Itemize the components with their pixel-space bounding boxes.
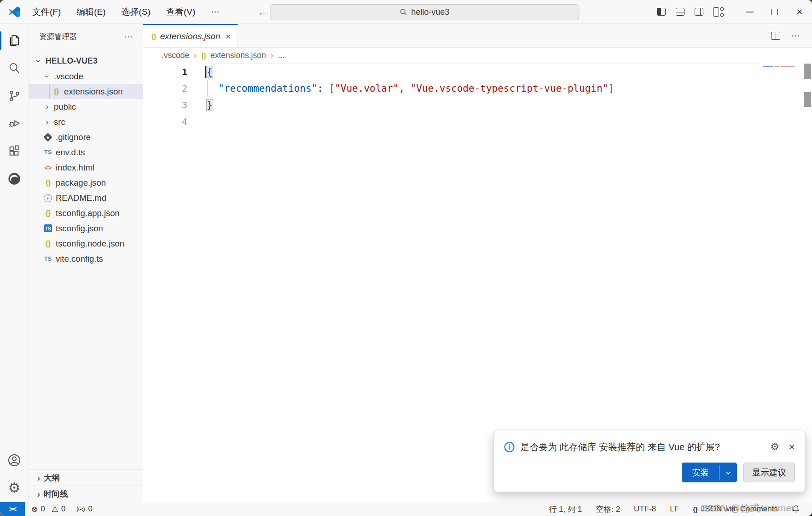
sidebar-more-actions-icon[interactable]: ⋯ — [124, 32, 133, 42]
menu-edit[interactable]: 编辑(E) — [76, 6, 105, 18]
toggle-primary-sidebar-icon[interactable] — [657, 8, 666, 16]
json-file-icon: {} — [42, 179, 54, 187]
encoding-status[interactable]: UTF-8 — [634, 504, 656, 514]
breadcrumb-separator: › — [194, 51, 197, 60]
typescript-file-icon: TS — [42, 255, 54, 262]
tree-item-src[interactable]: › src — [29, 114, 143, 129]
source-control-icon[interactable] — [0, 82, 29, 110]
notification-message: 是否要为 此存储库 安装推荐的 来自 Vue 的扩展? — [520, 441, 720, 453]
explorer-icon[interactable] — [0, 27, 29, 54]
menu-file[interactable]: 文件(F) — [32, 6, 61, 18]
install-button[interactable]: 安装 — [682, 463, 719, 482]
minimize-button[interactable]: ─ — [737, 0, 762, 23]
activity-bar: ⚙ — [0, 24, 29, 502]
vscode-window: 文件(F) 编辑(E) 选择(S) 查看(V) ⋯ ← → hello-vue3 — [0, 0, 812, 516]
tree-item-package-json[interactable]: {} package.json — [29, 175, 143, 190]
tree-item-gitignore[interactable]: .gitignore — [29, 129, 143, 145]
tree-item-extensions-json[interactable]: {} extensions.json — [29, 84, 143, 99]
toggle-secondary-sidebar-icon[interactable] — [695, 8, 703, 16]
notification-close-icon[interactable]: × — [789, 440, 795, 453]
extensions-icon[interactable] — [0, 137, 29, 165]
menu-view[interactable]: 查看(V) — [166, 6, 195, 18]
cursor-position-status[interactable]: 行 1, 列 1 — [549, 504, 582, 515]
line-number: 2 — [143, 83, 187, 94]
split-editor-icon[interactable] — [771, 32, 780, 40]
breadcrumb-separator: › — [271, 51, 273, 60]
back-arrow-icon[interactable]: ← — [257, 6, 268, 18]
menu-selection[interactable]: 选择(S) — [122, 6, 151, 18]
tree-item-env-d-ts[interactable]: TS env.d.ts — [29, 145, 143, 160]
toggle-panel-icon[interactable] — [676, 8, 684, 16]
braces-icon: {} — [693, 505, 697, 513]
run-and-debug-icon[interactable] — [0, 110, 29, 137]
sidebar-title: 资源管理器 — [39, 32, 77, 42]
tree-item-readme-md[interactable]: i README.md — [29, 190, 143, 205]
code-line-1: 1 { — [143, 64, 812, 80]
tree-item-vscode-folder[interactable]: › .vscode — [29, 69, 143, 84]
close-window-button[interactable]: × — [787, 0, 812, 23]
scrollbar-thumb[interactable] — [804, 92, 811, 107]
tree-item-index-html[interactable]: <> index.html — [29, 160, 143, 175]
tree-item-public[interactable]: › public — [29, 99, 143, 114]
notifications-bell-icon[interactable] — [792, 505, 800, 513]
breadcrumb-extensions-json[interactable]: extensions.json — [210, 51, 266, 60]
command-center-search[interactable]: hello-vue3 — [270, 4, 579, 20]
chevron-right-icon: › — [42, 117, 52, 127]
minimap[interactable] — [763, 66, 795, 67]
tree-item-tsconfig-node-json[interactable]: {} tsconfig.node.json — [29, 236, 143, 251]
eol-status[interactable]: LF — [670, 504, 679, 514]
menu-more-icon[interactable]: ⋯ — [211, 6, 220, 17]
line-number: 1 — [143, 66, 187, 77]
edge-tools-icon[interactable] — [0, 165, 29, 193]
maximize-button[interactable] — [762, 0, 787, 23]
search-view-icon[interactable] — [0, 54, 29, 82]
tree-item-tsconfig-json[interactable]: TS tsconfig.json — [29, 221, 143, 236]
title-bar: 文件(F) 编辑(E) 选择(S) 查看(V) ⋯ ← → hello-vue3 — [0, 0, 812, 24]
breadcrumb-vscode[interactable]: .vscode — [162, 51, 189, 60]
install-dropdown-icon[interactable] — [719, 463, 737, 482]
editor-group: {} extensions.json × ⋯ .vscode › {} exte… — [143, 24, 812, 502]
customize-layout-icon[interactable] — [713, 7, 724, 17]
info-icon — [504, 442, 515, 452]
chevron-right-icon: › — [34, 473, 44, 483]
problems-status[interactable]: ⊗ 0 ⚠ 0 — [31, 504, 65, 514]
tab-extensions-json[interactable]: {} extensions.json × — [143, 24, 238, 47]
install-split-button[interactable]: 安装 — [682, 463, 737, 482]
breadcrumb: .vscode › {} extensions.json › ... — [143, 48, 812, 63]
tsconfig-file-icon: TS — [42, 224, 54, 232]
outline-section[interactable]: › 大纲 — [29, 469, 143, 486]
json-file-icon: {} — [151, 32, 156, 40]
scrollbar-thumb[interactable] — [804, 64, 811, 79]
line-number: 4 — [143, 116, 187, 127]
accounts-icon[interactable] — [0, 446, 29, 474]
ports-icon — [76, 505, 85, 513]
search-value: hello-vue3 — [411, 7, 449, 17]
notification-toast: 是否要为 此存储库 安装推荐的 来自 Vue 的扩展? ⚙ × 安装 显示建议 — [493, 431, 806, 492]
timeline-section[interactable]: › 时间线 — [29, 486, 143, 502]
line-number: 3 — [143, 100, 187, 111]
show-recommendations-button[interactable]: 显示建议 — [743, 463, 795, 482]
ports-status[interactable]: 0 — [76, 504, 92, 514]
code-line-4: 4 — [143, 113, 812, 130]
indent-guide — [207, 80, 208, 97]
code-line-3: 3 } — [143, 97, 812, 113]
chevron-right-icon: › — [42, 101, 52, 112]
remote-indicator-button[interactable]: >< — [0, 502, 25, 516]
info-file-icon: i — [42, 194, 54, 202]
chevron-right-icon: › — [34, 489, 44, 499]
settings-gear-icon[interactable]: ⚙ — [0, 474, 29, 502]
editor-more-actions-icon[interactable]: ⋯ — [791, 30, 801, 41]
tree-item-vite-config-ts[interactable]: TS vite.config.ts — [29, 251, 143, 266]
tree-item-tsconfig-app-json[interactable]: {} tsconfig.app.json — [29, 205, 143, 221]
close-tab-icon[interactable]: × — [226, 31, 231, 42]
tree-item-hello-vue3[interactable]: › HELLO-VUE3 — [29, 53, 143, 69]
breadcrumb-symbol-more[interactable]: ... — [278, 51, 285, 60]
chevron-down-icon: › — [42, 71, 52, 82]
json-file-icon: {} — [42, 209, 54, 217]
indentation-status[interactable]: 空格: 2 — [596, 504, 620, 515]
warning-icon: ⚠ — [52, 504, 58, 514]
language-mode-status[interactable]: {} JSON with Comments — [693, 504, 778, 514]
notification-settings-icon[interactable]: ⚙ — [770, 441, 779, 453]
chevron-down-icon: › — [34, 56, 44, 66]
file-tree: › HELLO-VUE3 › .vscode {} extensions.jso… — [29, 53, 143, 266]
